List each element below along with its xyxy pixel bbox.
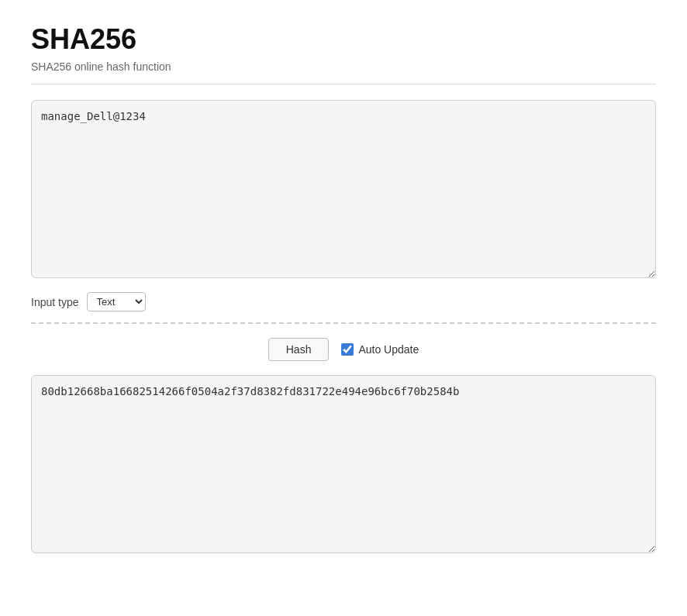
input-textarea[interactable]: [31, 100, 656, 278]
input-type-label: Input type: [31, 296, 79, 308]
output-textarea[interactable]: [31, 375, 656, 553]
page-title: SHA256: [31, 23, 656, 56]
auto-update-label: Auto Update: [358, 343, 419, 356]
auto-update-checkbox[interactable]: [341, 343, 354, 356]
input-type-select[interactable]: Text Hex: [87, 292, 146, 311]
page-subtitle: SHA256 online hash function: [31, 60, 656, 84]
action-row: Hash Auto Update: [31, 338, 656, 361]
input-type-row: Input type Text Hex: [31, 292, 656, 324]
hash-button[interactable]: Hash: [268, 338, 330, 361]
auto-update-container: Auto Update: [341, 343, 419, 356]
